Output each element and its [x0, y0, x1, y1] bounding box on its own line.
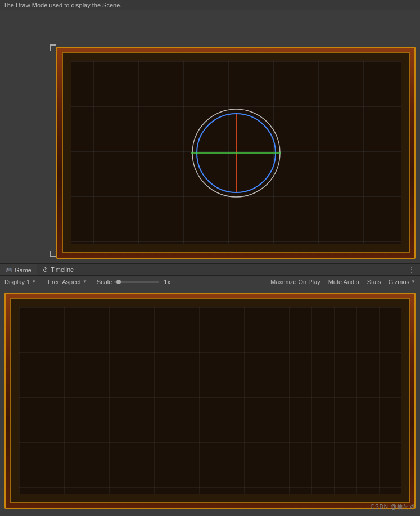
tab-timeline[interactable]: ⏱ Timeline: [37, 264, 79, 275]
tab-bar: 🎮 Game ⏱ Timeline ⋮: [0, 263, 420, 276]
scale-slider[interactable]: [114, 281, 159, 283]
tab-game-label: Game: [15, 267, 31, 273]
watermark-text: CSDN @柚与述: [371, 504, 416, 510]
maximize-on-play-button[interactable]: Maximize On Play: [268, 278, 323, 286]
game-frame-outer-bottom: [4, 293, 416, 509]
display-label: Display 1: [4, 279, 30, 285]
tab-more-button[interactable]: ⋮: [405, 265, 418, 274]
watermark: CSDN @柚与述: [371, 503, 416, 511]
game-frame-outer: [56, 47, 416, 259]
aspect-label: Free Aspect: [48, 279, 81, 285]
aspect-dropdown[interactable]: Free Aspect ▼: [46, 278, 89, 286]
resize-handle-br[interactable]: [49, 250, 57, 258]
tab-game[interactable]: 🎮 Game: [0, 264, 37, 275]
game-frame-inner: [62, 52, 410, 253]
display-dropdown-arrow: ▼: [31, 279, 36, 284]
tab-timeline-label: Timeline: [51, 266, 74, 273]
resize-handle-tl[interactable]: [49, 44, 57, 52]
maximize-label: Maximize On Play: [270, 279, 320, 285]
scene-viewport: [0, 10, 420, 263]
tooltip-bar: The Draw Mode used to display the Scene.: [0, 0, 420, 10]
scale-label: Scale: [97, 279, 112, 285]
toolbar-separator-1: [42, 277, 42, 286]
mute-label: Mute Audio: [328, 279, 359, 285]
canvas-grid-bottom: [19, 307, 401, 494]
aspect-dropdown-arrow: ▼: [83, 279, 87, 284]
game-icon: 🎮: [6, 267, 12, 273]
game-frame-inner-bottom: [10, 298, 410, 503]
timeline-icon: ⏱: [43, 267, 48, 273]
game-panel-bottom: CSDN @柚与述: [0, 288, 420, 513]
game-canvas-bottom: [19, 307, 401, 494]
stats-label: Stats: [367, 279, 381, 285]
gizmos-label: Gizmos: [389, 279, 409, 285]
stats-button[interactable]: Stats: [364, 278, 384, 286]
gizmos-dropdown[interactable]: Gizmos ▼: [386, 278, 418, 286]
display-dropdown[interactable]: Display 1 ▼: [2, 278, 38, 286]
scale-thumb: [116, 280, 121, 284]
game-toolbar: Display 1 ▼ Free Aspect ▼ Scale 1x Maxim…: [0, 276, 420, 288]
mute-audio-button[interactable]: Mute Audio: [326, 278, 362, 286]
game-canvas: [71, 61, 401, 244]
toolbar-separator-2: [93, 277, 93, 286]
gizmos-dropdown-arrow: ▼: [411, 279, 416, 284]
scale-value: 1x: [164, 279, 170, 285]
tooltip-text: The Draw Mode used to display the Scene.: [3, 2, 121, 8]
circle-crosshair-svg: [186, 102, 287, 204]
